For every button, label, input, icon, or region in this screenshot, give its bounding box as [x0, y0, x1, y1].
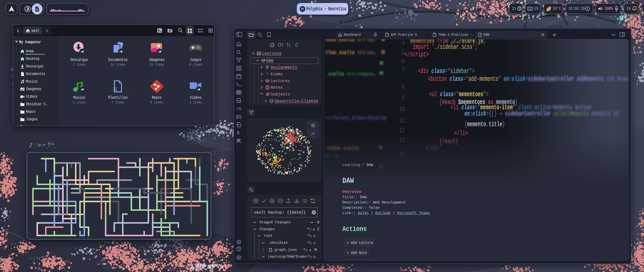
- svg-text:$: $: [237, 130, 239, 135]
- svg-text:$: $: [158, 29, 160, 32]
- svg-text:<%: <%: [236, 106, 241, 111]
- svg-text:15: 15: [271, 100, 273, 102]
